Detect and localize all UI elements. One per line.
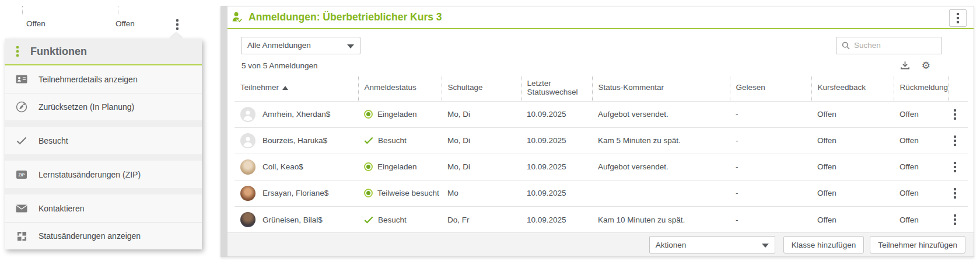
panel-kebab-button[interactable] (949, 9, 967, 27)
rueckmeldung-value: Offen (894, 180, 948, 206)
col-status-kommentar[interactable]: Status-Kommentar (592, 77, 730, 102)
col-gelesen[interactable]: Gelesen (730, 77, 811, 102)
kursfeedback-value: Offen (26, 19, 46, 28)
row-actions-kebab-icon[interactable] (176, 19, 178, 30)
col-teilnehmer[interactable]: Teilnehmer (235, 77, 358, 102)
col-kursfeedback[interactable]: Kursfeedback (811, 77, 894, 102)
menu-group-separator (5, 188, 202, 194)
menu-group-separator (5, 120, 202, 127)
aktionen-select[interactable]: Aktionen (649, 236, 775, 253)
menu-group-separator (5, 154, 202, 161)
panel-footer: Aktionen Klasse hinzufügen Teilnehmer hi… (228, 232, 974, 256)
menu-item-kontaktieren[interactable]: Kontaktieren (5, 194, 202, 222)
status-label: Besucht (378, 216, 407, 224)
pencil-circle-icon (15, 101, 28, 113)
col-rueckmeldung[interactable]: Rückmeldung (894, 77, 948, 102)
status-kommentar-value: Kam 5 Minuten zu spät. (592, 127, 730, 154)
col-actions (948, 77, 968, 102)
participant-name: Grüneisen, Bilal$ (262, 216, 323, 224)
status-label: Eingeladen (377, 162, 417, 171)
menu-item-label: Lernstatusänderungen (ZIP) (38, 170, 141, 179)
panel-title: Anmeldungen: Überbetrieblicher Kurs 3 (249, 11, 442, 23)
statuswechsel-value: 10.09.2025 (521, 154, 592, 180)
rueckmeldung-value: Offen (116, 19, 135, 28)
status-label: Eingeladen (377, 110, 417, 119)
gelesen-value: - (730, 127, 811, 154)
participant-name: Bourzeis, Haruka$ (262, 136, 327, 145)
add-class-button[interactable]: Klasse hinzufügen (783, 236, 864, 253)
kursfeedback-value: Offen (811, 206, 894, 232)
sort-asc-icon (282, 86, 288, 90)
table-row[interactable]: Grüneisen, Bilal$ Besucht Do, Fr 10.09.2… (235, 206, 968, 232)
avatar-placeholder (240, 107, 256, 122)
row-actions-kebab-icon[interactable] (954, 214, 962, 225)
menu-item-label: Kontaktieren (38, 204, 85, 213)
rueckmeldung-value: Offen (894, 127, 948, 154)
col-letzter-statuswechsel[interactable]: Letzter Statuswechsel (521, 77, 592, 102)
add-participant-button[interactable]: Teilnehmer hinzufügen (870, 236, 965, 253)
participant-name: Coll, Keao$ (262, 162, 303, 171)
participant-name: Ersayan, Floriane$ (262, 189, 328, 197)
menu-item-statusaenderungen[interactable]: Statusänderungen anzeigen (5, 222, 202, 249)
column-separator (22, 6, 23, 15)
menu-item-label: Zurücksetzen (In Planung) (38, 102, 134, 112)
table-row[interactable]: Amrhein, Xherdan$ Eingeladen Mo, Di 10.0… (235, 101, 968, 127)
anmeldungen-panel: Anmeldungen: Überbetrieblicher Kurs 3 Al… (220, 6, 974, 257)
status-visited-icon (364, 137, 373, 144)
avatar-placeholder (240, 133, 256, 148)
kursfeedback-value: Offen (811, 180, 894, 206)
download-icon[interactable] (900, 61, 910, 70)
anmeldungen-table: Teilnehmer Anmeldestatus Schultage Letzt… (235, 77, 968, 233)
panel-header: Anmeldungen: Überbetrieblicher Kurs 3 (228, 6, 974, 29)
panel-toolbar: Alle Anmeldungen (228, 29, 974, 54)
menu-item-label: Teilnehmerdetails anzeigen (38, 75, 138, 84)
col-schultage[interactable]: Schultage (442, 77, 521, 102)
menu-item-besucht[interactable]: Besucht (5, 127, 202, 154)
table-header-row: Teilnehmer Anmeldestatus Schultage Letzt… (235, 77, 968, 102)
row-actions-kebab-icon[interactable] (954, 162, 962, 172)
check-icon (15, 137, 28, 145)
schultage-value: Mo, Di (442, 154, 521, 180)
row-actions-kebab-icon[interactable] (954, 109, 962, 120)
search-icon (842, 41, 850, 50)
table-row[interactable]: Coll, Keao$ Eingeladen Mo, Di 10.09.2025… (235, 154, 968, 180)
search-input[interactable] (854, 41, 936, 50)
chevron-down-icon (762, 244, 769, 248)
id-card-icon (15, 75, 28, 84)
svg-text:ZIP: ZIP (19, 173, 25, 177)
anmeldungen-filter-select[interactable]: Alle Anmeldungen (241, 37, 360, 54)
status-visited-icon (364, 216, 373, 224)
avatar-photo (240, 212, 256, 227)
status-invited-icon (364, 110, 373, 119)
screenshot-canvas: Offen Offen Funktionen Teilnehmerdetails… (0, 0, 980, 264)
status-label: Teilweise besucht (377, 189, 439, 197)
col-anmeldestatus[interactable]: Anmeldestatus (358, 77, 442, 102)
panel-left-strip (221, 6, 228, 256)
gear-icon[interactable]: ⚙ (922, 61, 930, 71)
kursfeedback-value: Offen (811, 101, 894, 127)
filter-selected-value: Alle Anmeldungen (247, 41, 311, 50)
menu-item-label: Statusänderungen anzeigen (38, 231, 141, 241)
menu-item-zuruecksetzen[interactable]: Zurücksetzen (In Planung) (5, 93, 202, 120)
search-box (836, 37, 942, 54)
count-row: 5 von 5 Anmeldungen ⚙ (228, 54, 974, 74)
statuswechsel-value: 10.09.2025 (521, 206, 592, 232)
chevron-down-icon (347, 44, 354, 48)
menu-caret (170, 33, 183, 39)
registration-count: 5 von 5 Anmeldungen (242, 61, 318, 70)
menu-item-lernstatus-zip[interactable]: ZIP Lernstatusänderungen (ZIP) (5, 161, 202, 188)
avatar-photo (240, 159, 256, 175)
rueckmeldung-value: Offen (894, 101, 948, 127)
table-row[interactable]: Bourzeis, Haruka$ Besucht Mo, Di 10.09.2… (235, 127, 968, 154)
menu-item-teilnehmerdetails[interactable]: Teilnehmerdetails anzeigen (5, 65, 202, 93)
rueckmeldung-value: Offen (894, 206, 948, 232)
row-actions-kebab-icon[interactable] (954, 188, 962, 199)
menu-header: Funktionen (5, 39, 202, 65)
gelesen-value: - (730, 206, 811, 232)
participant-name: Amrhein, Xherdan$ (262, 110, 330, 119)
status-grid-icon (15, 231, 28, 241)
table-row[interactable]: Ersayan, Floriane$ Teilweise besucht Mo … (235, 180, 968, 206)
row-actions-kebab-icon[interactable] (954, 136, 962, 146)
status-kommentar-value: Kam 10 Minuten zu spät. (592, 206, 730, 232)
schultage-value: Mo, Di (442, 101, 521, 127)
